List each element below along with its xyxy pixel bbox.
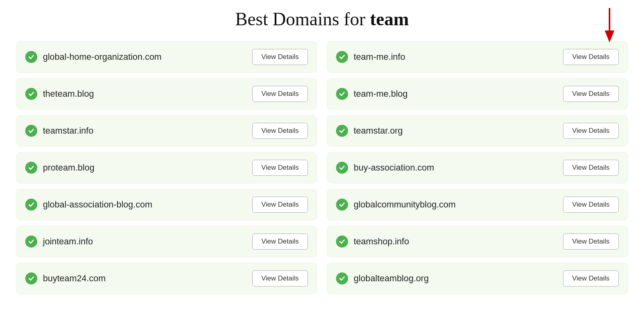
check-icon bbox=[336, 272, 348, 284]
domain-name: teamstar.info bbox=[43, 126, 93, 136]
view-details-button[interactable]: View Details bbox=[252, 234, 308, 250]
view-details-button[interactable]: View Details bbox=[563, 270, 619, 286]
view-details-button[interactable]: View Details bbox=[252, 160, 308, 176]
domain-left: proteam.blog bbox=[25, 162, 94, 174]
domain-left: global-home-organization.com bbox=[25, 51, 162, 63]
view-details-button[interactable]: View Details bbox=[252, 123, 308, 139]
check-icon bbox=[25, 51, 37, 63]
view-details-button[interactable]: View Details bbox=[563, 86, 619, 102]
check-icon bbox=[336, 88, 348, 100]
domain-left: team-me.blog bbox=[336, 88, 408, 100]
check-icon bbox=[336, 199, 348, 211]
domain-card: team-me.infoView Details bbox=[327, 41, 628, 73]
domain-left: jointeam.info bbox=[25, 236, 93, 248]
domain-left: theteam.blog bbox=[25, 88, 94, 100]
check-icon bbox=[25, 125, 37, 137]
domain-name: buyteam24.com bbox=[43, 273, 106, 284]
domain-left: team-me.info bbox=[336, 51, 405, 63]
check-icon bbox=[336, 162, 348, 174]
page-title: Best Domains for team bbox=[12, 8, 632, 30]
check-icon bbox=[25, 199, 37, 211]
domain-card: teamstar.orgView Details bbox=[327, 115, 628, 146]
view-details-button[interactable]: View Details bbox=[252, 197, 308, 213]
domain-name: globalcommunityblog.com bbox=[354, 199, 456, 210]
view-details-button[interactable]: View Details bbox=[563, 49, 619, 65]
domain-card: globalteamblog.orgView Details bbox=[327, 263, 628, 294]
domain-card: team-me.blogView Details bbox=[327, 78, 628, 110]
domain-name: teamstar.org bbox=[354, 126, 403, 136]
check-icon bbox=[25, 88, 37, 100]
domain-left: global-association-blog.com bbox=[25, 199, 152, 211]
domain-name: global-home-organization.com bbox=[43, 52, 162, 62]
view-details-button[interactable]: View Details bbox=[563, 197, 619, 213]
view-details-button[interactable]: View Details bbox=[563, 160, 619, 176]
domain-name: team-me.info bbox=[354, 52, 405, 62]
domain-card: jointeam.infoView Details bbox=[16, 226, 317, 257]
domain-card: teamshop.infoView Details bbox=[327, 226, 628, 257]
check-icon bbox=[25, 272, 37, 284]
domain-left: buy-association.com bbox=[336, 162, 434, 174]
svg-marker-1 bbox=[605, 30, 614, 43]
domain-left: globalteamblog.org bbox=[336, 272, 429, 284]
domain-card: global-home-organization.comView Details bbox=[16, 41, 317, 73]
domain-name: teamshop.info bbox=[354, 236, 409, 247]
view-details-button[interactable]: View Details bbox=[252, 49, 308, 65]
page-container: Best Domains for team global-home-organi… bbox=[0, 0, 644, 306]
domain-name: team-me.blog bbox=[354, 89, 408, 99]
domain-card: proteam.blogView Details bbox=[16, 152, 317, 183]
domain-name: global-association-blog.com bbox=[43, 199, 152, 210]
arrow-indicator bbox=[602, 7, 617, 43]
check-icon bbox=[336, 51, 348, 63]
domain-name: globalteamblog.org bbox=[354, 273, 429, 284]
domain-name: proteam.blog bbox=[43, 163, 94, 173]
domain-left: teamshop.info bbox=[336, 236, 409, 248]
title-prefix: Best Domains for bbox=[235, 9, 370, 29]
domains-grid: global-home-organization.comView Details… bbox=[12, 41, 632, 294]
domain-name: buy-association.com bbox=[354, 163, 434, 173]
view-details-button[interactable]: View Details bbox=[252, 86, 308, 102]
domain-card: buy-association.comView Details bbox=[327, 152, 628, 183]
domain-card: teamstar.infoView Details bbox=[16, 115, 317, 146]
check-icon bbox=[25, 162, 37, 174]
domain-left: teamstar.org bbox=[336, 125, 403, 137]
title-bold: team bbox=[370, 9, 409, 29]
domain-card: theteam.blogView Details bbox=[16, 78, 317, 110]
domain-card: buyteam24.comView Details bbox=[16, 263, 317, 294]
domain-name: jointeam.info bbox=[43, 236, 93, 247]
domain-left: buyteam24.com bbox=[25, 272, 106, 284]
domain-left: globalcommunityblog.com bbox=[336, 199, 456, 211]
check-icon bbox=[25, 236, 37, 248]
check-icon bbox=[336, 236, 348, 248]
domain-card: global-association-blog.comView Details bbox=[16, 189, 317, 220]
view-details-button[interactable]: View Details bbox=[563, 123, 619, 139]
domain-name: theteam.blog bbox=[43, 89, 94, 99]
check-icon bbox=[336, 125, 348, 137]
view-details-button[interactable]: View Details bbox=[252, 270, 308, 286]
view-details-button[interactable]: View Details bbox=[563, 234, 619, 250]
domain-card: globalcommunityblog.comView Details bbox=[327, 189, 628, 220]
domain-left: teamstar.info bbox=[25, 125, 93, 137]
